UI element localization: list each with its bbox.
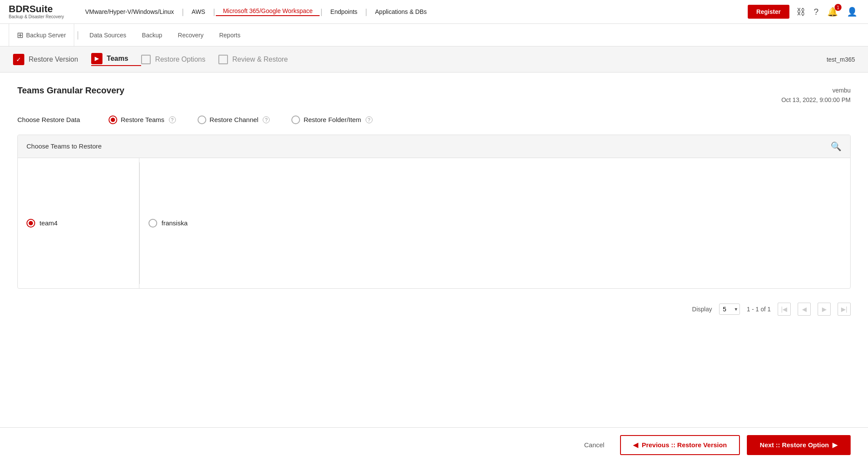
top-navigation: BDRSuite Backup & Disaster Recovery VMwa…: [0, 0, 868, 24]
nav-backup-server[interactable]: ⊞ Backup Server: [9, 24, 74, 46]
nav-vmware[interactable]: VMware/Hyper-V/Windows/Linux: [78, 8, 181, 15]
restore-version-label: Restore Version: [29, 56, 78, 63]
restore-data-label: Choose Restore Data: [17, 116, 87, 123]
register-button[interactable]: Register: [748, 5, 789, 19]
nav-endpoints[interactable]: Endpoints: [323, 8, 364, 15]
nav-aws[interactable]: AWS: [185, 8, 212, 15]
top-nav-links: VMware/Hyper-V/Windows/Linux | AWS | Mic…: [78, 7, 748, 16]
restore-data-row: Choose Restore Data Restore Teams ? Rest…: [17, 116, 851, 124]
connections-button[interactable]: ⛓: [795, 5, 807, 19]
first-page-button[interactable]: |◀: [778, 303, 791, 316]
wizard-account: test_m365: [827, 56, 855, 63]
user-button[interactable]: 👤: [845, 5, 859, 19]
reports-label: Reports: [219, 32, 241, 39]
search-teams-button[interactable]: 🔍: [831, 141, 842, 152]
nav-applications[interactable]: Applications & DBs: [368, 8, 434, 15]
fransiska-radio: [149, 219, 157, 228]
display-select[interactable]: 5 10 25 50: [719, 304, 740, 315]
recovery-label: Recovery: [178, 32, 204, 39]
radio-channel-label: Restore Channel: [210, 116, 259, 123]
page-title: Teams Granular Recovery: [17, 86, 124, 96]
nav-data-sources[interactable]: Data Sources: [82, 24, 134, 46]
meta-date: Oct 13, 2022, 9:00:00 PM: [781, 95, 851, 105]
teams-step-icon: ▶: [91, 53, 102, 64]
prev-page-button[interactable]: ◀: [798, 303, 811, 316]
review-restore-label: Review & Restore: [232, 56, 288, 63]
grid-icon: ⊞: [17, 30, 23, 40]
wizard-step-restore-options[interactable]: Restore Options: [141, 55, 218, 64]
notification-badge: 1: [835, 4, 842, 11]
last-page-button[interactable]: ▶|: [838, 303, 851, 316]
wizard-bar: ✓ Restore Version ▶ Teams Restore Option…: [0, 46, 868, 73]
search-icon: 🔍: [831, 142, 842, 151]
display-label: Display: [692, 306, 712, 313]
help-button[interactable]: ?: [812, 5, 820, 19]
bottom-actions: Cancel ◀ Previous :: Restore Version Nex…: [0, 427, 868, 462]
notifications-button[interactable]: 🔔 1: [825, 5, 840, 19]
page-meta: vembu Oct 13, 2022, 9:00:00 PM: [781, 86, 851, 105]
teams-list: team4 fransiska: [18, 158, 850, 288]
second-navigation: ⊞ Backup Server | Data Sources Backup Re…: [0, 24, 868, 46]
nav-reports[interactable]: Reports: [211, 24, 248, 46]
teams-panel-header: Choose Teams to Restore 🔍: [18, 135, 850, 158]
page-info: 1 - 1 of 1: [747, 306, 771, 313]
next-button[interactable]: Next :: Restore Option ▶: [747, 435, 851, 455]
user-icon: 👤: [847, 7, 858, 16]
teams-panel-title: Choose Teams to Restore: [26, 142, 102, 150]
help-icon: ?: [814, 7, 818, 16]
meta-user: vembu: [781, 86, 851, 95]
main-content: Teams Granular Recovery vembu Oct 13, 20…: [0, 73, 868, 373]
radio-channel-circle: [198, 116, 206, 124]
restore-options-label: Restore Options: [155, 56, 205, 63]
next-page-button[interactable]: ▶: [818, 303, 831, 316]
fransiska-label: fransiska: [162, 219, 188, 227]
backup-label: Backup: [142, 32, 162, 39]
radio-folder-label: Restore Folder/Item: [304, 116, 361, 123]
prev-button[interactable]: ◀ Previous :: Restore Version: [620, 435, 740, 455]
top-nav-right: Register ⛓ ? 🔔 1 👤: [748, 5, 859, 19]
radio-restore-teams[interactable]: Restore Teams ?: [109, 116, 176, 124]
review-restore-icon: [218, 55, 228, 64]
wizard-step-restore-version[interactable]: ✓ Restore Version: [13, 54, 91, 65]
team4-label: team4: [40, 219, 58, 227]
logo-tagline: Backup & Disaster Recovery: [9, 14, 65, 20]
page-header: Teams Granular Recovery vembu Oct 13, 20…: [17, 86, 851, 105]
cancel-button[interactable]: Cancel: [575, 437, 613, 453]
backup-server-label: Backup Server: [26, 32, 66, 39]
radio-teams-label: Restore Teams: [121, 116, 165, 123]
radio-restore-channel[interactable]: Restore Channel ?: [198, 116, 270, 124]
help-restore-teams-icon[interactable]: ?: [169, 116, 176, 123]
nav-recovery[interactable]: Recovery: [170, 24, 211, 46]
display-select-wrap: 5 10 25 50: [719, 304, 740, 315]
teams-panel: Choose Teams to Restore 🔍 team4 fransisk…: [17, 135, 851, 289]
teams-label: Teams: [107, 55, 129, 63]
radio-restore-folder[interactable]: Restore Folder/Item ?: [291, 116, 373, 124]
team-item-fransiska[interactable]: fransiska: [140, 158, 261, 288]
restore-version-icon: ✓: [13, 54, 24, 65]
next-arrow-icon: ▶: [832, 441, 838, 449]
radio-folder-circle: [291, 116, 300, 124]
help-restore-folder-icon[interactable]: ?: [366, 116, 373, 123]
nav-m365[interactable]: Microsoft 365/Google Workspace: [216, 7, 320, 16]
nav-backup[interactable]: Backup: [134, 24, 170, 46]
logo-text-suite: Suite: [30, 3, 53, 14]
connections-icon: ⛓: [796, 7, 805, 16]
wizard-step-review-restore[interactable]: Review & Restore: [218, 55, 301, 64]
pagination-row: Display 5 10 25 50 1 - 1 of 1 |◀ ◀ ▶ ▶|: [17, 297, 851, 321]
restore-options-icon: [141, 55, 151, 64]
logo-text-bdr: BDR: [9, 3, 30, 14]
team-item-team4[interactable]: team4: [18, 158, 139, 288]
radio-teams-circle: [109, 116, 117, 124]
next-button-label: Next :: Restore Option: [760, 441, 829, 449]
data-sources-label: Data Sources: [89, 32, 126, 39]
wizard-step-teams[interactable]: ▶ Teams: [91, 53, 142, 66]
logo: BDRSuite Backup & Disaster Recovery: [9, 4, 65, 20]
help-restore-channel-icon[interactable]: ?: [263, 116, 270, 123]
prev-button-label: Previous :: Restore Version: [642, 441, 727, 449]
team4-radio: [26, 219, 35, 228]
prev-arrow-icon: ◀: [633, 441, 638, 449]
